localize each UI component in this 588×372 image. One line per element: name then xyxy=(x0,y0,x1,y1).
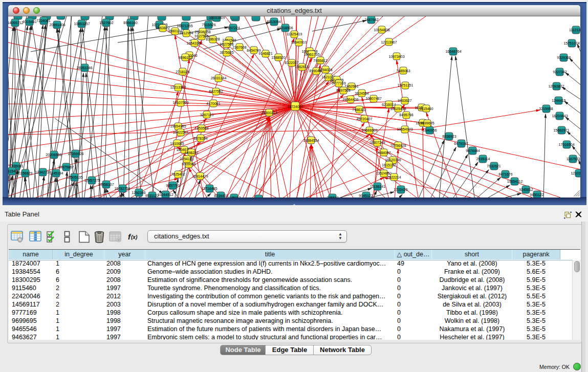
svg-text:1562615: 1562615 xyxy=(295,65,309,69)
svg-text:10975867: 10975867 xyxy=(58,165,74,169)
svg-text:13524851: 13524851 xyxy=(376,171,391,175)
svg-text:7986322: 7986322 xyxy=(352,108,366,112)
svg-text:14055712: 14055712 xyxy=(8,21,24,25)
svg-text:19654923: 19654923 xyxy=(397,127,412,131)
svg-text:1910685: 1910685 xyxy=(170,142,184,145)
svg-text:15692971: 15692971 xyxy=(553,128,569,132)
svg-text:6794028: 6794028 xyxy=(318,68,332,72)
svg-text:25300213: 25300213 xyxy=(261,111,277,115)
svg-text:1292346: 1292346 xyxy=(132,191,145,194)
svg-text:9245612: 9245612 xyxy=(519,188,533,191)
svg-text:745510: 745510 xyxy=(326,196,338,198)
svg-text:1588520: 1588520 xyxy=(271,56,285,59)
svg-text:9463627: 9463627 xyxy=(398,99,411,102)
svg-text:10688609: 10688609 xyxy=(361,128,377,132)
svg-text:9115460: 9115460 xyxy=(420,107,433,111)
svg-text:8966160: 8966160 xyxy=(123,21,137,25)
svg-text:10654112: 10654112 xyxy=(507,180,523,183)
svg-text:1045112: 1045112 xyxy=(227,196,241,198)
svg-text:9315401: 9315401 xyxy=(8,169,19,173)
svg-text:18724007: 18724007 xyxy=(287,105,303,108)
svg-text:10107553: 10107553 xyxy=(172,101,188,104)
svg-text:8186328: 8186328 xyxy=(206,37,220,41)
svg-text:6479197: 6479197 xyxy=(454,142,468,145)
svg-text:10961755: 10961755 xyxy=(303,53,319,56)
svg-text:10154838: 10154838 xyxy=(374,28,389,32)
svg-text:1353594: 1353594 xyxy=(194,126,208,130)
svg-text:19384554: 19384554 xyxy=(303,139,319,142)
svg-text:3875685: 3875685 xyxy=(220,51,233,54)
svg-text:16543362: 16543362 xyxy=(186,41,202,45)
svg-text:10025438: 10025438 xyxy=(390,107,406,111)
svg-text:19218506: 19218506 xyxy=(277,26,293,30)
svg-text:7224061: 7224061 xyxy=(36,19,50,23)
svg-text:4170061: 4170061 xyxy=(206,102,220,105)
svg-text:9699695: 9699695 xyxy=(420,121,434,125)
svg-text:12103514: 12103514 xyxy=(571,171,580,175)
svg-text:18640910: 18640910 xyxy=(291,40,307,44)
svg-text:9896172: 9896172 xyxy=(178,56,192,59)
svg-text:19654985: 19654985 xyxy=(170,124,186,128)
svg-text:1112131: 1112131 xyxy=(569,28,580,32)
svg-text:19751151: 19751151 xyxy=(398,83,413,87)
svg-text:7857224: 7857224 xyxy=(226,26,239,30)
svg-text:1615132: 1615132 xyxy=(382,163,396,167)
svg-text:16914479: 16914479 xyxy=(192,174,208,178)
svg-text:10958107: 10958107 xyxy=(98,183,114,186)
svg-text:10244512: 10244512 xyxy=(157,193,173,196)
svg-text:1527602: 1527602 xyxy=(99,21,113,25)
svg-text:9227342: 9227342 xyxy=(553,70,567,74)
svg-text:9474444: 9474444 xyxy=(466,149,480,152)
svg-text:8813094: 8813094 xyxy=(267,20,280,24)
svg-text:8322037: 8322037 xyxy=(285,61,298,64)
svg-text:10853257: 10853257 xyxy=(74,22,90,26)
svg-text:2367608: 2367608 xyxy=(232,46,246,49)
svg-text:11325419: 11325419 xyxy=(287,32,302,36)
svg-text:13716485: 13716485 xyxy=(201,187,217,190)
svg-text:12093872: 12093872 xyxy=(548,84,564,88)
svg-text:70756928: 70756928 xyxy=(390,144,406,147)
svg-text:2487642: 2487642 xyxy=(364,18,378,21)
svg-text:17359926: 17359926 xyxy=(68,152,83,156)
svg-text:9329366: 9329366 xyxy=(557,56,571,59)
svg-text:2522214: 2522214 xyxy=(387,176,401,179)
svg-text:16671355: 16671355 xyxy=(177,24,192,28)
svg-text:16648764: 16648764 xyxy=(445,50,461,53)
svg-text:7625402: 7625402 xyxy=(171,172,185,176)
svg-text:12213382: 12213382 xyxy=(170,85,186,89)
svg-text:1145194: 1145194 xyxy=(50,171,63,175)
svg-text:1640956: 1640956 xyxy=(423,128,437,132)
svg-text:1733426: 1733426 xyxy=(394,188,407,191)
svg-text:3267110: 3267110 xyxy=(200,113,214,117)
svg-text:16210643: 16210643 xyxy=(552,114,568,118)
svg-text:45720407: 45720407 xyxy=(356,117,372,121)
svg-text:26031144: 26031144 xyxy=(211,76,227,80)
svg-text:9327508: 9327508 xyxy=(220,42,233,46)
svg-text:9045122: 9045122 xyxy=(359,194,373,198)
svg-text:20206556: 20206556 xyxy=(46,153,61,157)
svg-text:16782759: 16782759 xyxy=(114,187,130,190)
svg-text:8495798: 8495798 xyxy=(399,113,413,117)
svg-text:6497568: 6497568 xyxy=(336,89,350,92)
svg-text:9857791: 9857791 xyxy=(166,184,180,187)
svg-text:10973403: 10973403 xyxy=(388,55,404,58)
svg-text:15751074: 15751074 xyxy=(563,41,579,45)
svg-text:9084067: 9084067 xyxy=(377,151,390,155)
svg-text:6216014: 6216014 xyxy=(382,103,396,106)
svg-text:845601: 845601 xyxy=(252,197,264,198)
svg-text:7955812: 7955812 xyxy=(313,59,327,62)
svg-text:8938923: 8938923 xyxy=(442,135,456,138)
svg-text:18807249: 18807249 xyxy=(369,141,385,144)
svg-text:21364436: 21364436 xyxy=(342,98,358,101)
svg-text:1244415: 1244415 xyxy=(552,99,565,102)
svg-text:8471676: 8471676 xyxy=(498,172,512,176)
svg-text:8234410: 8234410 xyxy=(214,194,228,198)
svg-text:4498222: 4498222 xyxy=(184,151,198,155)
svg-text:12342737: 12342737 xyxy=(35,170,51,174)
svg-text:1156829: 1156829 xyxy=(19,171,33,175)
svg-text:17957275: 17957275 xyxy=(84,179,100,182)
svg-text:7485063: 7485063 xyxy=(396,69,410,73)
svg-text:2254171: 2254171 xyxy=(180,157,193,161)
svg-text:9146821: 9146821 xyxy=(258,52,272,55)
svg-text:8427552: 8427552 xyxy=(209,90,223,93)
